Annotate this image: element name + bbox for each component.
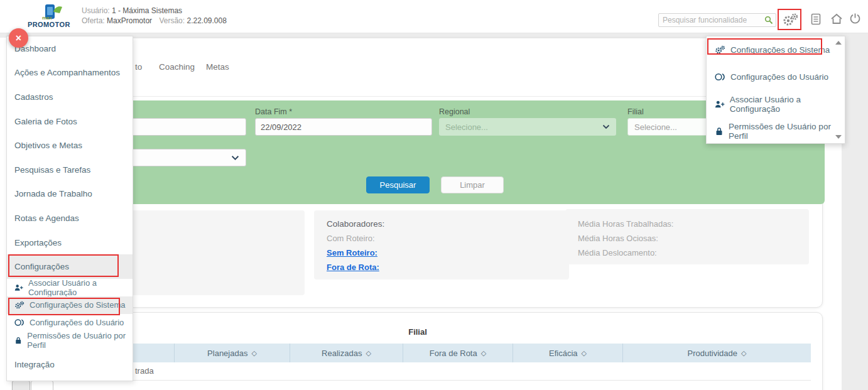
data-fim-input[interactable]: 22/09/2022 [255, 118, 432, 136]
page-scrollbar-gutter[interactable] [842, 33, 868, 390]
sort-icon: ◇ [481, 349, 486, 357]
header-offer-line: Oferta: MaxPromotor Versão: 2.22.09.008 [82, 16, 227, 26]
filial-label: Filial [627, 107, 644, 116]
data-fim-label: Data Fim * [255, 107, 292, 116]
sort-icon: ◇ [366, 349, 371, 357]
logo-text-max: max [42, 15, 52, 21]
tab-coaching[interactable]: Coaching [159, 62, 195, 72]
sidebar-item-permissoes-por-perfil[interactable]: Permissões de Usuário por Perfil [7, 332, 133, 349]
sidebar-item-jornada-de-trabalho[interactable]: Jornada de Trabalho [7, 182, 133, 207]
offer-label: Oferta: [82, 16, 105, 25]
filial-table-panel: Filial Planejadas◇ Realizadas◇ Fora de R… [13, 312, 823, 390]
summary-card-colaboradores: Colaboradores: Com Roteiro: Sem Roteiro:… [314, 210, 569, 279]
settings-dropdown: Configurações do Sistema Configurações d… [706, 36, 845, 144]
clipped-button-1[interactable] [12, 381, 30, 390]
summary-card-medias: Média Horas Trabalhadas: Média Horas Oci… [565, 209, 809, 264]
table-col-eficacia[interactable]: Eficácia◇ [513, 344, 622, 362]
logo-leaf-icon [53, 5, 63, 14]
media-ociosas-label: Média Horas Ociosas: [578, 234, 658, 243]
table-col-realizadas[interactable]: Realizadas◇ [290, 344, 403, 362]
table-empty-row: trada [23, 362, 811, 381]
toggle-icon [14, 318, 24, 327]
scroll-up-icon[interactable] [835, 41, 842, 45]
table-col-produtividade[interactable]: Produtividade◇ [622, 344, 811, 362]
sidebar-item-integracao[interactable]: Integração [7, 349, 133, 380]
fora-de-rota-link[interactable]: Fora de Rota: [327, 263, 379, 272]
media-trabalhadas-label: Média Horas Trabalhadas: [578, 219, 673, 229]
version-value: 2.22.09.008 [187, 16, 226, 25]
sidebar-item-objetivos-e-metas[interactable]: Objetivos e Metas [7, 133, 133, 158]
sidebar-item-exportacoes[interactable]: Exportações [7, 230, 133, 255]
header-user-line: Usuário: 1 - Máxima Sistemas [82, 6, 182, 16]
power-icon[interactable] [849, 13, 861, 24]
home-icon[interactable] [830, 13, 843, 24]
header-bar: max PROMOTOR Usuário: 1 - Máxima Sistema… [0, 0, 868, 33]
search-icon[interactable] [764, 16, 773, 24]
menu-item-configuracoes-do-sistema[interactable]: Configurações do Sistema [707, 36, 845, 63]
chevron-down-icon [602, 124, 610, 129]
offer-value: MaxPromotor [107, 16, 152, 25]
menu-item-permissoes-por-perfil[interactable]: Permissões de Usuário por Perfil [707, 117, 845, 144]
sort-icon: ◇ [582, 349, 587, 357]
sort-icon: ◇ [741, 349, 746, 357]
logo-phone-screen [47, 7, 53, 15]
sidebar-item-associar-usuario[interactable]: Associar Usuário a Configuração [7, 279, 133, 296]
toggle-icon [715, 73, 725, 81]
sidebar-item-pesquisas-e-tarefas[interactable]: Pesquisas e Tarefas [7, 158, 133, 182]
logo-text-promotor: PROMOTOR [28, 21, 70, 28]
table-title: Filial [13, 327, 822, 337]
sidebar-item-configuracoes-do-sistema[interactable]: Configurações do Sistema [7, 296, 133, 314]
sidebar-item-configuracoes[interactable]: Configurações [7, 254, 133, 279]
regional-placeholder: Selecione... [445, 122, 488, 132]
sidebar-item-acoes-e-acompanhamentos[interactable]: Ações e Acompanhamentos [7, 61, 133, 85]
scroll-down-icon[interactable] [835, 135, 842, 139]
menu-item-configuracoes-do-usuario[interactable]: Configurações do Usuário [707, 63, 845, 90]
close-icon[interactable]: × [9, 28, 28, 48]
data-fim-value: 22/09/2022 [261, 122, 301, 132]
app-screen: max PROMOTOR Usuário: 1 - Máxima Sistema… [0, 0, 868, 390]
table-header-row: Planejadas◇ Realizadas◇ Fora de Rota◇ Ef… [23, 344, 811, 362]
search-functionality-box [658, 13, 776, 27]
table-col-fora-de-rota[interactable]: Fora de Rota◇ [403, 344, 513, 362]
lock-icon [14, 336, 22, 345]
clipped-button-2[interactable] [31, 381, 53, 390]
sidebar-menu: Dashboard Ações e Acompanhamentos Cadast… [6, 36, 133, 381]
chevron-down-icon [231, 155, 239, 161]
sort-icon: ◇ [251, 349, 256, 357]
limpar-button[interactable]: Limpar [441, 176, 504, 193]
colaboradores-title: Colaboradores: [327, 219, 384, 229]
sidebar-item-configuracoes-do-usuario[interactable]: Configurações do Usuário [7, 314, 133, 332]
gears-icon [14, 301, 24, 310]
menu-item-associar-usuario[interactable]: Associar Usuário a Configuração [707, 90, 845, 117]
settings-gears-icon[interactable] [782, 13, 799, 28]
user-value: 1 - Máxima Sistemas [112, 6, 182, 15]
com-roteiro-label: Com Roteiro: [327, 234, 375, 243]
user-label: Usuário: [82, 6, 110, 15]
filial-placeholder: Selecione... [634, 122, 677, 132]
pesquisar-button[interactable]: Pesquisar [366, 176, 430, 193]
empty-message-fragment: trada [135, 366, 154, 376]
lock-icon [715, 127, 724, 136]
filter-panel: Data Fim * 22/09/2022 Regional Selecione… [23, 100, 825, 204]
media-deslocamento-label: Média Deslocamento: [578, 248, 657, 257]
tab-metas[interactable]: Metas [206, 62, 229, 72]
regional-label: Regional [439, 107, 470, 116]
user-plus-icon [715, 100, 725, 109]
gears-icon [715, 45, 725, 55]
sidebar-item-rotas-e-agendas[interactable]: Rotas e Agendas [7, 206, 133, 230]
user-plus-icon [14, 283, 23, 292]
table-col-planejadas[interactable]: Planejadas◇ [174, 344, 290, 362]
document-icon[interactable] [811, 13, 821, 25]
search-input[interactable] [663, 16, 764, 24]
sem-roteiro-link[interactable]: Sem Roteiro: [327, 248, 377, 257]
tab-divider [14, 96, 822, 97]
sidebar-item-cadastros[interactable]: Cadastros [7, 85, 133, 109]
version-label: Versão: [159, 16, 185, 25]
regional-select[interactable]: Selecione... [439, 118, 616, 136]
tab-fragment[interactable]: to [135, 62, 142, 72]
sidebar-item-galeria-de-fotos[interactable]: Galeria de Fotos [7, 109, 133, 134]
